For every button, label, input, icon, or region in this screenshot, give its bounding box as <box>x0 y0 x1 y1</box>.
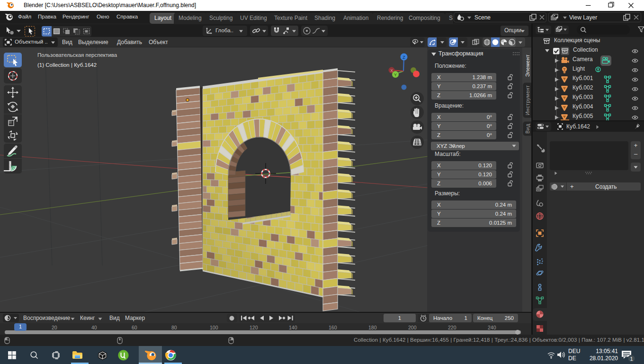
svg-text:Z: Z <box>402 55 405 60</box>
svg-text:X: X <box>390 68 393 73</box>
svg-text:Y: Y <box>394 73 397 77</box>
svg-text:1: 1 <box>630 356 633 362</box>
